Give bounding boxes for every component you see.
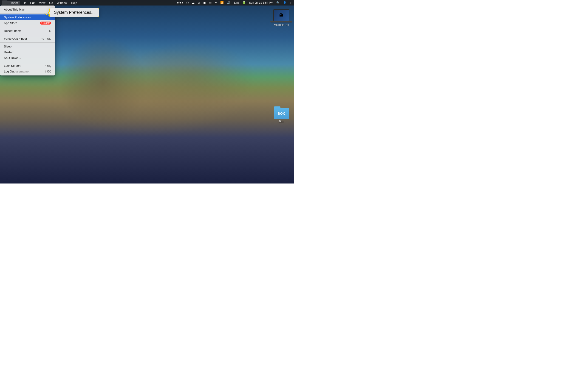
user-avatar[interactable]: 👤 bbox=[282, 1, 287, 5]
logout-shortcut: ⇧⌘Q bbox=[44, 70, 51, 73]
macbook-screen: 🏔 bbox=[274, 10, 289, 21]
menu-separator-4 bbox=[0, 42, 55, 43]
menubar-view[interactable]: View bbox=[37, 1, 47, 5]
menubar-file[interactable]: File bbox=[20, 1, 28, 5]
menubar-right: ●●●● ⬡ ☁ ⊙ ▣ ▭ ✲ 📶 🔊 53% 🔋 Sun Jul 19 6:… bbox=[175, 1, 292, 5]
menu-item-sleep[interactable]: Sleep bbox=[0, 44, 55, 49]
cloud-icon[interactable]: ☁ bbox=[191, 1, 195, 5]
lockscreen-shortcut: ^⌘Q bbox=[45, 64, 51, 67]
desktop-icon-box-label: Box bbox=[279, 120, 284, 123]
menubar-window[interactable]: Window bbox=[55, 1, 69, 5]
box-icon[interactable]: ▣ bbox=[202, 1, 207, 5]
desktop-icon-box[interactable]: BOX Box bbox=[274, 106, 289, 123]
menu-item-logout[interactable]: Log Out username… ⇧⌘Q bbox=[0, 69, 55, 74]
menubar-help[interactable]: Help bbox=[69, 1, 79, 5]
datetime: Sun Jul 19 6:54 PM bbox=[248, 1, 274, 5]
record-icon[interactable]: ⊙ bbox=[197, 1, 201, 5]
menubar-left:  Finder File Edit View Go Window Help bbox=[2, 0, 79, 5]
battery-indicator: 53% bbox=[233, 1, 240, 5]
desktop-icon-macbook[interactable]: 🏔 Macbook Pro bbox=[271, 9, 292, 26]
desktop-icons: 🏔 Macbook Pro BOX Box bbox=[271, 9, 292, 123]
menubar-edit[interactable]: Edit bbox=[28, 1, 37, 5]
menu-item-recent[interactable]: Recent Items ▶ bbox=[0, 28, 55, 34]
desktop-icon-macbook-label: Macbook Pro bbox=[274, 23, 289, 26]
menubar:  Finder File Edit View Go Window Help ●… bbox=[0, 0, 294, 6]
volume-icon[interactable]: 🔊 bbox=[226, 1, 231, 5]
menu-item-lockscreen[interactable]: Lock Screen ^⌘Q bbox=[0, 63, 55, 69]
recent-arrow-icon: ▶ bbox=[49, 29, 51, 33]
wifi-icon[interactable]: 📶 bbox=[219, 1, 225, 5]
system-preferences-tooltip: System Preferences... bbox=[49, 8, 99, 17]
menu-separator-5 bbox=[0, 62, 55, 62]
desktop:  Finder File Edit View Go Window Help ●… bbox=[0, 0, 294, 184]
menubar-go[interactable]: Go bbox=[47, 1, 55, 5]
folder-body: BOX bbox=[274, 108, 289, 119]
menu-item-restart[interactable]: Restart... bbox=[0, 49, 55, 55]
box-folder-icon: BOX bbox=[274, 106, 289, 119]
box-text: BOX bbox=[278, 112, 285, 115]
menu-item-forcequit[interactable]: Force Quit Finder ⌥⌃⌘D bbox=[0, 36, 55, 42]
menu-item-shutdown[interactable]: Shut Down... bbox=[0, 55, 55, 61]
appstore-badge: 1 update bbox=[40, 22, 51, 25]
menu-separator-3 bbox=[0, 35, 55, 35]
dots-icon[interactable]: ●●●● bbox=[175, 1, 184, 5]
menu-separator-2 bbox=[0, 27, 55, 27]
control-center-icon[interactable]: ≡ bbox=[289, 1, 292, 5]
apple-menu-button[interactable]:  bbox=[2, 0, 8, 5]
battery-icon: 🔋 bbox=[242, 1, 247, 5]
status-icon[interactable]: ⬡ bbox=[185, 1, 190, 5]
menu-item-appstore[interactable]: App Store... 1 update bbox=[0, 20, 55, 26]
macbook-icon-img: 🏔 bbox=[273, 9, 289, 21]
forcequit-shortcut: ⌥⌃⌘D bbox=[41, 37, 51, 40]
search-icon[interactable]: 🔍 bbox=[275, 1, 281, 5]
menubar-finder[interactable]: Finder bbox=[8, 1, 20, 5]
bluetooth-icon[interactable]: ✲ bbox=[214, 1, 218, 5]
display-icon[interactable]: ▭ bbox=[208, 1, 212, 5]
